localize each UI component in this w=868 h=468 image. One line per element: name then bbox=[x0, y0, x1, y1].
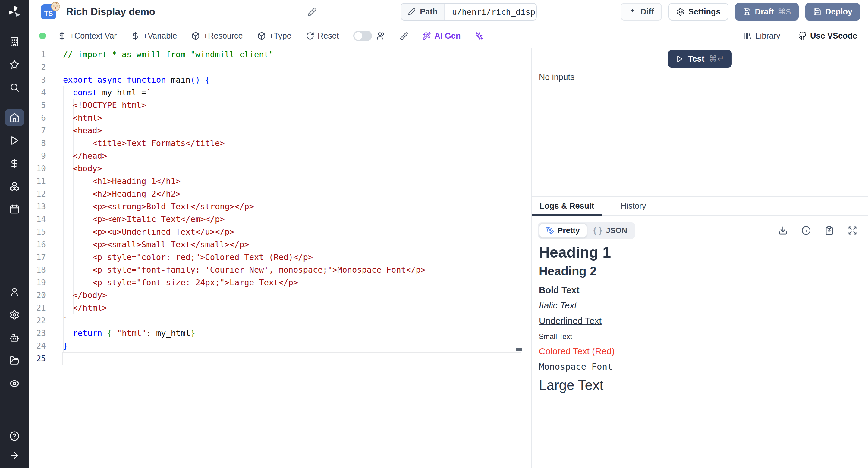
test-button[interactable]: Test ⌘↵ bbox=[668, 50, 732, 67]
sidebar-item-search[interactable] bbox=[5, 79, 24, 96]
sidebar-nav bbox=[0, 24, 29, 468]
braces-icon: { } bbox=[593, 226, 602, 235]
result-item-bold: Bold Text bbox=[539, 285, 868, 295]
add-resource-button[interactable]: +Resource bbox=[191, 31, 243, 41]
sidebar-divider bbox=[0, 104, 29, 104]
code-text: // import * as wmill from "windmill-clie… bbox=[46, 48, 274, 61]
library-icon bbox=[744, 32, 752, 40]
code-line: 14 <p><em>Italic Text</em></p> bbox=[29, 213, 523, 226]
code-line: 21 </html> bbox=[29, 301, 523, 314]
github-icon bbox=[798, 32, 807, 40]
download-icon[interactable] bbox=[778, 226, 787, 235]
add-context-var-button[interactable]: +Context Var bbox=[58, 31, 117, 41]
package-icon bbox=[191, 32, 200, 40]
line-number: 2 bbox=[29, 61, 46, 74]
result-actions bbox=[778, 226, 862, 235]
ai-gen-button[interactable]: AI Gen bbox=[423, 31, 461, 41]
sidebar-item-schedules[interactable] bbox=[5, 201, 24, 218]
code-text: <p><em>Italic Text</em></p> bbox=[46, 213, 224, 226]
content-split: 1// import * as wmill from "windmill-cli… bbox=[29, 48, 868, 468]
main-area: TS Rich Display demo Path u/henri/rich_d… bbox=[29, 0, 868, 468]
edit-summary-pencil-icon[interactable] bbox=[307, 7, 317, 17]
line-number: 14 bbox=[29, 213, 46, 226]
gear-icon bbox=[676, 8, 684, 16]
tab-history[interactable]: History bbox=[613, 197, 654, 215]
use-vscode-button[interactable]: Use VScode bbox=[798, 31, 857, 41]
play-icon bbox=[9, 136, 20, 146]
rotate-icon bbox=[306, 32, 314, 40]
code-line: 13 <p><strong>Bold Text</strong></p> bbox=[29, 200, 523, 213]
users-icon[interactable] bbox=[377, 32, 385, 40]
code-text: export async function main() { bbox=[46, 74, 210, 86]
draft-button[interactable]: Draft ⌘S bbox=[735, 3, 799, 21]
sidebar-item-favorites[interactable] bbox=[5, 56, 24, 73]
add-type-button[interactable]: +Type bbox=[257, 31, 291, 41]
settings-button[interactable]: Settings bbox=[669, 3, 728, 21]
code-text: </head> bbox=[46, 150, 107, 162]
page-title: Rich Display demo bbox=[66, 6, 155, 18]
sidebar-item-folders[interactable] bbox=[5, 352, 24, 369]
draft-shortcut: ⌘S bbox=[778, 7, 791, 17]
pane-splitter[interactable] bbox=[523, 48, 532, 468]
code-text bbox=[46, 61, 63, 74]
reset-button[interactable]: Reset bbox=[306, 31, 339, 41]
code-text: <p style="color: red;">Colored Text (Red… bbox=[46, 251, 313, 264]
star-icon bbox=[9, 59, 20, 70]
windmill-logo-icon[interactable] bbox=[0, 0, 29, 24]
diff-button[interactable]: Diff bbox=[621, 3, 662, 21]
brush-icon bbox=[400, 32, 408, 40]
code-text bbox=[46, 352, 63, 365]
view-json-button[interactable]: { } JSON bbox=[587, 224, 634, 237]
pen-nib-icon bbox=[546, 227, 554, 235]
code-line: 12 <h2>Heading 2</h2> bbox=[29, 187, 523, 200]
sidebar-item-home[interactable] bbox=[5, 109, 24, 126]
code-line: 2 bbox=[29, 61, 523, 74]
code-text: <body> bbox=[46, 162, 102, 175]
tab-logs-result[interactable]: Logs & Result bbox=[532, 197, 602, 215]
result-header: Pretty { } JSON bbox=[532, 216, 868, 239]
expand-icon[interactable] bbox=[848, 226, 857, 235]
sidebar-item-workers[interactable] bbox=[5, 329, 24, 346]
code-editor[interactable]: 1// import * as wmill from "windmill-cli… bbox=[29, 48, 523, 468]
preview-panel: Test ⌘↵ No inputs Logs & Result History … bbox=[532, 48, 868, 468]
path-widget[interactable]: Path u/henri/rich_display_demo bbox=[401, 3, 537, 21]
line-number: 17 bbox=[29, 251, 46, 264]
format-button[interactable] bbox=[400, 32, 408, 40]
line-number: 15 bbox=[29, 226, 46, 238]
sidebar-item-workspace[interactable] bbox=[5, 33, 24, 50]
code-line: 3export async function main() { bbox=[29, 74, 523, 86]
test-shortcut: ⌘↵ bbox=[709, 54, 724, 64]
sidebar-item-help[interactable] bbox=[5, 428, 24, 444]
result-item-mono: Monospace Font bbox=[539, 361, 868, 372]
line-number: 20 bbox=[29, 289, 46, 301]
code-line: 4 const my_html =` bbox=[29, 86, 523, 99]
sidebar-item-audit-logs[interactable] bbox=[5, 375, 24, 392]
library-button[interactable]: Library bbox=[744, 31, 780, 41]
result-tabs: Logs & Result History bbox=[532, 197, 868, 216]
view-pretty-button[interactable]: Pretty bbox=[539, 224, 587, 238]
code-text: <p><strong>Bold Text</strong></p> bbox=[46, 200, 254, 213]
sidebar-item-runs[interactable] bbox=[5, 132, 24, 149]
collab-toggle[interactable] bbox=[353, 31, 372, 41]
folder-open-icon bbox=[9, 355, 20, 366]
clipboard-icon[interactable] bbox=[825, 226, 834, 235]
line-number: 16 bbox=[29, 238, 46, 251]
path-edit-button[interactable]: Path bbox=[401, 4, 445, 20]
code-line: 10 <body> bbox=[29, 162, 523, 175]
sidebar-item-resources[interactable] bbox=[5, 178, 24, 195]
code-line: 5 <!DOCTYPE html> bbox=[29, 99, 523, 112]
code-line: 18 <p style="font-family: 'Courier New',… bbox=[29, 264, 523, 276]
deploy-button[interactable]: Deploy bbox=[805, 3, 860, 21]
ai-sparkles-button[interactable] bbox=[475, 32, 484, 40]
sidebar-item-variables[interactable] bbox=[5, 155, 24, 172]
dollar-icon bbox=[58, 32, 66, 40]
play-icon bbox=[676, 55, 683, 63]
help-icon bbox=[9, 431, 20, 441]
code-line: 15 <p><u>Underlined Text</u></p> bbox=[29, 226, 523, 238]
line-number: 8 bbox=[29, 137, 46, 150]
sidebar-item-users[interactable] bbox=[5, 284, 24, 300]
add-variable-button[interactable]: +Variable bbox=[131, 31, 177, 41]
sidebar-item-settings[interactable] bbox=[5, 306, 24, 323]
sidebar-item-collapse[interactable] bbox=[5, 447, 24, 464]
info-icon[interactable] bbox=[801, 226, 811, 235]
